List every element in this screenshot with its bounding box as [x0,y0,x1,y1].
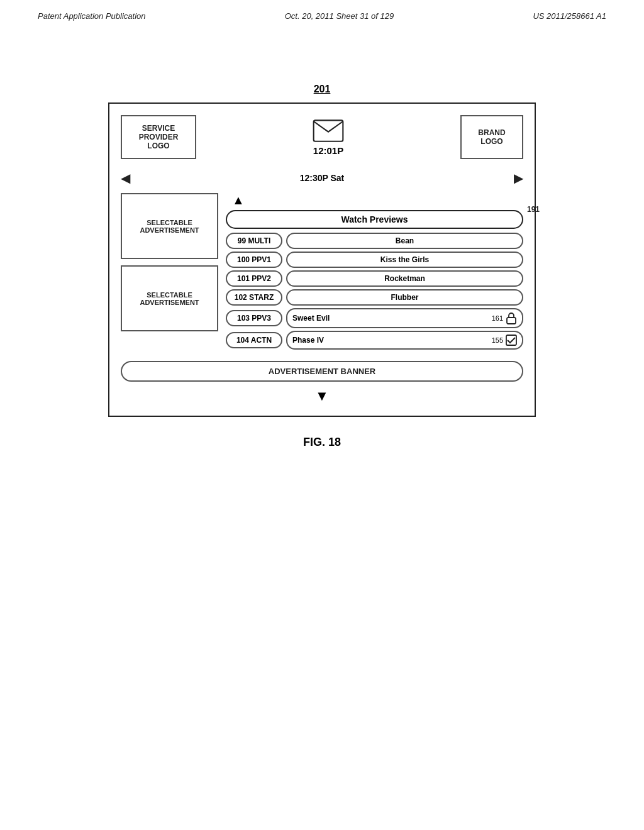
channel-name-bean[interactable]: Bean [286,233,523,249]
svg-rect-0 [314,120,343,141]
nav-row: ◀ 12:30P Sat ▶ [121,170,523,185]
svg-rect-1 [507,318,516,324]
lock-icon [506,312,517,324]
lock-wrapper-161: 161 [492,312,517,324]
ref-155: 155 [492,336,503,344]
fig-label: FIG. 18 [303,436,341,449]
diagram-container: 201 SERVICE PROVIDER LOGO 12:01P BRAND L… [0,84,644,449]
check-wrapper-155: 155 [492,335,517,346]
channel-name-kiss[interactable]: Kiss the Girls [286,252,523,268]
ref-191: 191 [527,205,540,214]
channel-num-103[interactable]: 103 PPV3 [226,310,282,326]
channel-name-phase-iv[interactable]: Phase IV 155 [286,331,523,350]
ad-banner-label: ADVERTISEMENT BANNER [269,367,375,376]
watch-previews-label: Watch Previews [341,214,408,224]
down-arrow-row: ▼ [121,388,523,404]
channel-name-rocketman[interactable]: Rocketman [286,270,523,287]
channel-num-104[interactable]: 104 ACTN [226,332,282,348]
channel-row-103: 103 PPV3 Sweet Evil 161 [226,308,523,328]
top-row: SERVICE PROVIDER LOGO 12:01P BRAND LOGO [121,115,523,159]
channel-row-100: 100 PPV1 Kiss the Girls [226,252,523,268]
up-arrow[interactable]: ▲ [232,193,245,208]
channel-num-99[interactable]: 99 MULTI [226,233,282,249]
checkbox-icon [506,335,517,346]
channel-row-102: 102 STARZ Flubber [226,289,523,306]
page-header: Patent Application Publication Oct. 20, … [0,0,644,27]
channel-row-99: 99 MULTI Bean [226,233,523,249]
header-left: Patent Application Publication [38,11,146,21]
content-area: SELECTABLE ADVERTISEMENT SELECTABLE ADVE… [121,193,523,352]
channel-name-sweet-evil[interactable]: Sweet Evil 161 [286,308,523,328]
channel-row-104: 104 ACTN Phase IV 155 [226,331,523,350]
channel-num-101[interactable]: 101 PPV2 [226,270,282,287]
selectable-ad-1[interactable]: SELECTABLE ADVERTISEMENT [121,193,218,259]
channel-num-102[interactable]: 102 STARZ [226,289,282,306]
down-arrow[interactable]: ▼ [315,388,329,404]
up-arrow-row: ▲ [226,193,523,208]
nav-right-arrow[interactable]: ▶ [514,170,523,185]
watch-previews-bar[interactable]: Watch Previews 191 [226,210,523,229]
nav-left-arrow[interactable]: ◀ [121,170,130,185]
channels-column: ▲ Watch Previews 191 99 MULTI Bean [226,193,523,352]
nav-time: 12:30P Sat [300,173,345,183]
diagram-ref-label: 201 [314,84,331,95]
channel-name-flubber[interactable]: Flubber [286,289,523,306]
clock-time: 12:01P [313,145,343,156]
ad-banner[interactable]: ADVERTISEMENT BANNER [121,361,523,382]
service-provider-logo: SERVICE PROVIDER LOGO [121,115,196,159]
ad-banner-row: ADVERTISEMENT BANNER [121,361,523,382]
selectable-ad-2[interactable]: SELECTABLE ADVERTISEMENT [121,265,218,331]
header-right: US 2011/258661 A1 [533,11,606,21]
ref-161: 161 [492,314,503,322]
envelope-icon [313,119,344,143]
brand-logo: BRAND LOGO [460,115,523,159]
channel-row-101: 101 PPV2 Rocketman [226,270,523,287]
ads-column: SELECTABLE ADVERTISEMENT SELECTABLE ADVE… [121,193,218,352]
header-middle: Oct. 20, 2011 Sheet 31 of 129 [285,11,394,21]
clock-section: 12:01P [313,119,344,156]
channel-num-100[interactable]: 100 PPV1 [226,252,282,268]
main-box: SERVICE PROVIDER LOGO 12:01P BRAND LOGO … [108,102,536,417]
